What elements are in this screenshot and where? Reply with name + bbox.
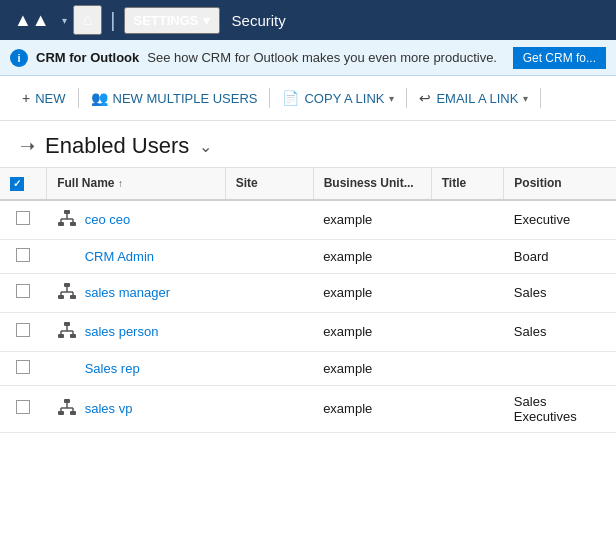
security-label: Security <box>224 8 294 33</box>
col-checkbox[interactable]: ✓ <box>0 168 47 200</box>
user-name: CRM Admin <box>85 249 154 264</box>
row-checkbox-cell[interactable] <box>0 351 47 385</box>
new-icon: + <box>22 90 30 106</box>
col-fullname-header[interactable]: Full Name ↑ <box>47 168 226 200</box>
svg-rect-0 <box>64 210 70 214</box>
settings-dropdown-icon: ▾ <box>203 13 210 28</box>
settings-button[interactable]: SETTINGS ▾ <box>124 7 220 34</box>
user-org-icon <box>57 209 79 231</box>
toolbar-sep-1 <box>78 88 79 108</box>
info-bar: i CRM for Outlook See how CRM for Outloo… <box>0 40 616 76</box>
top-nav: ▲▲ ▾ ⌂ | SETTINGS ▾ Security <box>0 0 616 40</box>
row-checkbox-cell[interactable] <box>0 200 47 240</box>
svg-rect-16 <box>70 334 76 338</box>
row-checkbox[interactable] <box>16 323 30 337</box>
nav-divider: | <box>106 9 119 32</box>
info-app-name: CRM for Outlook <box>36 50 139 65</box>
svg-rect-14 <box>64 322 70 326</box>
logo: ▲▲ <box>8 6 56 35</box>
table-row: Sales repexample <box>0 351 616 385</box>
row-checkbox[interactable] <box>16 284 30 298</box>
row-checkbox[interactable] <box>16 360 30 374</box>
row-fullname: sales person <box>47 312 226 351</box>
user-name: Sales rep <box>85 361 140 376</box>
row-fullname: sales vp <box>47 385 226 432</box>
row-site <box>225 239 313 273</box>
email-link-button[interactable]: ↩ EMAIL A LINK ▾ <box>409 84 538 112</box>
sort-asc-icon: ↑ <box>118 178 123 189</box>
row-fullname: CRM Admin <box>47 239 226 273</box>
col-position-header[interactable]: Position <box>504 168 616 200</box>
row-checkbox[interactable] <box>16 211 30 225</box>
copy-link-dropdown-icon: ▾ <box>389 93 394 104</box>
row-checkbox[interactable] <box>16 248 30 262</box>
row-site <box>225 351 313 385</box>
row-position: Sales <box>504 312 616 351</box>
row-checkbox[interactable] <box>16 400 30 414</box>
row-fullname: Sales rep <box>47 351 226 385</box>
col-bizunit-header[interactable]: Business Unit... <box>313 168 431 200</box>
row-business-unit: example <box>313 385 431 432</box>
svg-rect-23 <box>70 411 76 415</box>
svg-rect-2 <box>70 222 76 226</box>
svg-rect-7 <box>64 283 70 287</box>
new-multiple-users-button[interactable]: 👥 NEW MULTIPLE USERS <box>81 84 268 112</box>
users-table: ✓ Full Name ↑ Site Business Unit... Titl… <box>0 168 616 433</box>
svg-rect-22 <box>58 411 64 415</box>
toolbar-sep-3 <box>406 88 407 108</box>
page-nav-arrow-icon: ➝ <box>20 135 35 157</box>
user-org-icon <box>57 282 79 304</box>
settings-label: SETTINGS <box>134 13 199 28</box>
row-checkbox-cell[interactable] <box>0 273 47 312</box>
home-button[interactable]: ⌂ <box>73 5 103 35</box>
page-title: Enabled Users <box>45 133 189 159</box>
svg-rect-9 <box>70 295 76 299</box>
email-link-icon: ↩ <box>419 90 431 106</box>
email-link-label: EMAIL A LINK <box>436 91 518 106</box>
user-org-icon <box>57 398 79 420</box>
col-title-header[interactable]: Title <box>431 168 504 200</box>
row-title <box>431 200 504 240</box>
row-business-unit: example <box>313 312 431 351</box>
toolbar-sep-4 <box>540 88 541 108</box>
svg-rect-1 <box>58 222 64 226</box>
row-title <box>431 273 504 312</box>
row-business-unit: example <box>313 200 431 240</box>
row-title <box>431 312 504 351</box>
row-site <box>225 312 313 351</box>
row-title <box>431 239 504 273</box>
row-title <box>431 351 504 385</box>
col-site-header[interactable]: Site <box>225 168 313 200</box>
info-message: See how CRM for Outlook makes you even m… <box>147 50 497 65</box>
svg-rect-21 <box>64 399 70 403</box>
get-crm-button[interactable]: Get CRM fo... <box>513 47 606 69</box>
row-business-unit: example <box>313 239 431 273</box>
copy-link-icon: 📄 <box>282 90 299 106</box>
svg-rect-15 <box>58 334 64 338</box>
copy-link-button[interactable]: 📄 COPY A LINK ▾ <box>272 84 404 112</box>
row-fullname: ceo ceo <box>47 200 226 240</box>
toolbar-sep-2 <box>269 88 270 108</box>
row-checkbox-cell[interactable] <box>0 312 47 351</box>
user-name: sales vp <box>85 401 133 416</box>
row-site <box>225 385 313 432</box>
select-all-checkbox[interactable]: ✓ <box>10 177 24 191</box>
page-title-dropdown-icon[interactable]: ⌄ <box>199 137 212 156</box>
info-icon: i <box>10 49 28 67</box>
row-position <box>504 351 616 385</box>
row-position: Board <box>504 239 616 273</box>
new-button[interactable]: + NEW <box>12 84 76 112</box>
table-row: sales vpexampleSales Executives <box>0 385 616 432</box>
row-site <box>225 200 313 240</box>
user-name: sales person <box>85 324 159 339</box>
new-multiple-label: NEW MULTIPLE USERS <box>113 91 258 106</box>
table-header-row: ✓ Full Name ↑ Site Business Unit... Titl… <box>0 168 616 200</box>
row-position: Sales Executives <box>504 385 616 432</box>
row-position: Sales <box>504 273 616 312</box>
row-checkbox-cell[interactable] <box>0 385 47 432</box>
row-checkbox-cell[interactable] <box>0 239 47 273</box>
new-label: NEW <box>35 91 65 106</box>
user-name: ceo ceo <box>85 212 131 227</box>
table-row: sales personexampleSales <box>0 312 616 351</box>
row-business-unit: example <box>313 273 431 312</box>
